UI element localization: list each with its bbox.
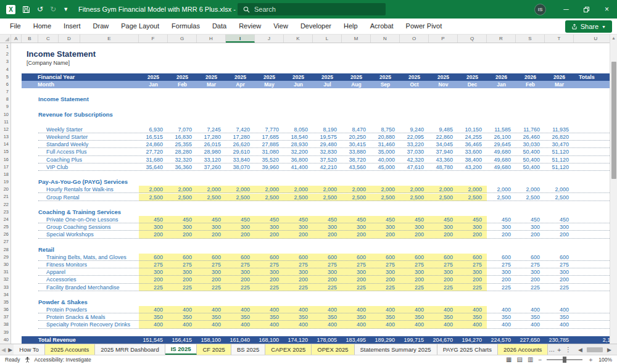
cell-K14[interactable]: 28,930: [284, 141, 313, 148]
cell-G20[interactable]: 2,000: [168, 186, 197, 193]
cell-O12[interactable]: 9,240: [400, 126, 429, 133]
cell-I40[interactable]: 161,040: [226, 336, 255, 344]
cell-P31[interactable]: 300: [429, 268, 458, 276]
column-header-R[interactable]: R: [487, 35, 516, 43]
row-header-8[interactable]: 8: [0, 96, 10, 103]
cell-M36[interactable]: 400: [342, 306, 371, 313]
cell-F25[interactable]: 300: [139, 223, 168, 231]
cell-H5[interactable]: 2025: [197, 73, 226, 81]
column-header-O[interactable]: O: [400, 35, 429, 43]
cell-J29[interactable]: 600: [255, 254, 284, 261]
cell-J6[interactable]: May: [255, 81, 284, 88]
cell-M31[interactable]: 300: [342, 268, 371, 276]
zoom-out-icon[interactable]: −: [538, 357, 542, 363]
cell-S25[interactable]: 300: [516, 223, 545, 231]
select-all-corner[interactable]: [0, 35, 11, 43]
cell-G24[interactable]: 450: [168, 216, 197, 223]
cell-S12[interactable]: 11,760: [516, 126, 545, 133]
cell-N29[interactable]: 600: [371, 254, 400, 261]
zoom-slider-thumb[interactable]: [563, 357, 566, 363]
column-header-I[interactable]: I: [226, 35, 255, 43]
sheet-tab-2025-accounts[interactable]: 2025 Accounts: [45, 344, 95, 355]
cell-J16[interactable]: 35,520: [255, 156, 284, 163]
cell-T40[interactable]: 230,785: [545, 336, 574, 344]
cell-K13[interactable]: 18,540: [284, 133, 313, 141]
cell-L5[interactable]: 2025: [313, 73, 342, 81]
cell-N30[interactable]: 275: [371, 261, 400, 268]
cell-H26[interactable]: 200: [197, 231, 226, 238]
vertical-scrollbar[interactable]: ▲: [610, 35, 617, 344]
cell-T37[interactable]: 350: [545, 313, 574, 321]
row-header-27[interactable]: 27: [0, 238, 10, 246]
cell-J32[interactable]: 200: [255, 276, 284, 283]
row-header-2[interactable]: 2: [0, 51, 10, 58]
cell-F13[interactable]: 16,515: [139, 133, 168, 141]
cell-M25[interactable]: 300: [342, 223, 371, 231]
cell-N12[interactable]: 8,750: [371, 126, 400, 133]
cell-R14[interactable]: 29,645: [487, 141, 516, 148]
cell-T33[interactable]: 225: [545, 284, 574, 291]
column-header-T[interactable]: T: [545, 35, 574, 43]
cell-M6[interactable]: Aug: [342, 81, 371, 88]
cell-M12[interactable]: 8,470: [342, 126, 371, 133]
row-header-26[interactable]: 26: [0, 231, 10, 238]
cell-T36[interactable]: 400: [545, 306, 574, 313]
cell-R20[interactable]: 2,000: [487, 186, 516, 193]
cell-R25[interactable]: 300: [487, 223, 516, 231]
cell-R13[interactable]: 26,100: [487, 133, 516, 141]
cell-L29[interactable]: 600: [313, 254, 342, 261]
column-header-M[interactable]: M: [342, 35, 371, 43]
cell-G13[interactable]: 16,830: [168, 133, 197, 141]
cell-G33[interactable]: 225: [168, 284, 197, 291]
row-header-17[interactable]: 17: [0, 163, 10, 171]
column-header-G[interactable]: G: [168, 35, 197, 43]
cell-G29[interactable]: 600: [168, 254, 197, 261]
cell-S37[interactable]: 350: [516, 313, 545, 321]
row-header-13[interactable]: 13: [0, 133, 10, 141]
cell-S31[interactable]: 300: [516, 268, 545, 276]
column-header-H[interactable]: H: [197, 35, 226, 43]
cell-F24[interactable]: 450: [139, 216, 168, 223]
cell-O25[interactable]: 300: [400, 223, 429, 231]
cell-S36[interactable]: 400: [516, 306, 545, 313]
cell-I17[interactable]: 38,070: [226, 163, 255, 171]
row-header-18[interactable]: 18: [0, 171, 10, 178]
cell-F16[interactable]: 31,680: [139, 156, 168, 163]
cell-T24[interactable]: 450: [545, 216, 574, 223]
sheet-tab-bs-2025[interactable]: BS 2025: [231, 344, 265, 355]
cell-K6[interactable]: Jun: [284, 81, 313, 88]
cell-P15[interactable]: 37,940: [429, 148, 458, 155]
cell-G21[interactable]: 2,500: [168, 194, 197, 201]
cell-H30[interactable]: 275: [197, 261, 226, 268]
cell-G15[interactable]: 28,280: [168, 148, 197, 155]
column-header-U[interactable]: U: [574, 35, 610, 43]
cell-L26[interactable]: 200: [313, 231, 342, 238]
cell-H21[interactable]: 2,500: [197, 194, 226, 201]
cell-T32[interactable]: 200: [545, 276, 574, 283]
row-header-15[interactable]: 15: [0, 148, 10, 155]
cell-F21[interactable]: 2,500: [139, 194, 168, 201]
cell-N32[interactable]: 200: [371, 276, 400, 283]
row-header-6[interactable]: 6: [0, 81, 10, 88]
cell-Q24[interactable]: 450: [458, 216, 487, 223]
cell-N16[interactable]: 40,000: [371, 156, 400, 163]
cell-O24[interactable]: 450: [400, 216, 429, 223]
cell-P21[interactable]: 2,500: [429, 194, 458, 201]
cell-I36[interactable]: 400: [226, 306, 255, 313]
cell-H14[interactable]: 26,015: [197, 141, 226, 148]
cell-Q29[interactable]: 600: [458, 254, 487, 261]
cell-G17[interactable]: 36,360: [168, 163, 197, 171]
row-header-4[interactable]: 4: [0, 66, 10, 73]
row-header-37[interactable]: 37: [0, 313, 10, 321]
zoom-level[interactable]: 100%: [598, 357, 612, 363]
cell-M5[interactable]: 2025: [342, 73, 371, 81]
cell-N24[interactable]: 450: [371, 216, 400, 223]
cell-K17[interactable]: 41,400: [284, 163, 313, 171]
cell-T16[interactable]: 51,120: [545, 156, 574, 163]
cell-R30[interactable]: 275: [487, 261, 516, 268]
page-break-view-icon[interactable]: ▥: [528, 357, 533, 363]
cell-N25[interactable]: 300: [371, 223, 400, 231]
cell-L31[interactable]: 300: [313, 268, 342, 276]
cell-P37[interactable]: 350: [429, 313, 458, 321]
cell-R21[interactable]: 2,500: [487, 194, 516, 201]
